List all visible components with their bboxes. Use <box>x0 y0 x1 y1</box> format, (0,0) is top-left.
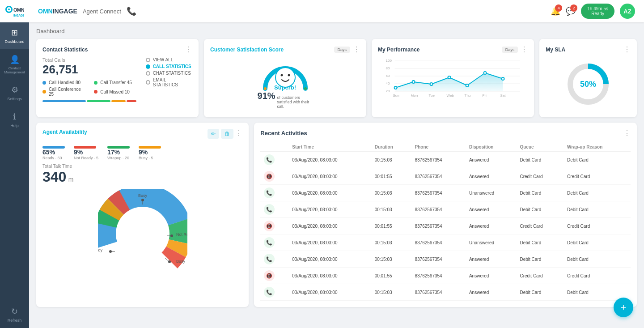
perf-chart: 100 80 60 40 20 <box>378 57 528 99</box>
row-queue: Credit Card <box>516 268 564 284</box>
radio-view-all[interactable]: VIEW ALL <box>146 57 192 62</box>
perf-filter-button[interactable]: Days <box>502 47 518 53</box>
customer-satisfaction-card: Customer Satisfaction Score Days ⋮ <box>204 39 366 117</box>
row-phone: 83762567354 <box>411 268 466 284</box>
answered-call-icon: 📞 <box>264 237 275 248</box>
avail-pct-ready: 65% <box>42 149 65 156</box>
row-queue: Debit Card <box>516 234 564 251</box>
sla-menu[interactable]: ⋮ <box>623 45 631 54</box>
radio-chat-stats[interactable]: CHAT STATISTICS <box>146 71 192 76</box>
csat-header: Customer Satisfaction Score Days ⋮ <box>210 45 360 54</box>
sidebar-item-dashboard[interactable]: ⊞ Dashboard <box>0 22 29 49</box>
row-icon: 📵 <box>260 218 288 234</box>
table-row[interactable]: 📵 03/Aug/2020, 08:03:00 00:01:55 8376256… <box>260 218 631 234</box>
dashboard-area: Dashboard Contact Statistics ⋮ Total Cal… <box>29 22 644 328</box>
table-row[interactable]: 📞 03/Aug/2020, 08:03:00 00:15:03 8376256… <box>260 201 631 218</box>
answered-call-icon: 📞 <box>264 287 275 298</box>
conference-bar <box>111 100 126 102</box>
handled-dot <box>42 81 46 85</box>
phone-icon: 📞 <box>127 6 136 16</box>
avail-menu[interactable]: ⋮ <box>235 129 242 139</box>
sidebar-item-help[interactable]: ℹ Help <box>0 106 29 133</box>
notifications-button[interactable]: 🔔 4 <box>551 6 560 16</box>
svg-text:60: 60 <box>386 74 390 78</box>
row-duration: 00:15:03 <box>371 234 411 251</box>
radio-circle-call-stats <box>146 64 150 69</box>
avail-pct-notready: 9% <box>74 149 98 156</box>
perf-menu[interactable]: ⋮ <box>521 45 528 54</box>
missed-call-icon: 📵 <box>264 221 275 231</box>
contact-stats-title: Contact Statistics <box>42 47 88 53</box>
refresh-icon: ↻ <box>11 307 18 316</box>
svg-text:Sat: Sat <box>500 94 506 98</box>
row-phone: 83762567354 <box>411 251 466 268</box>
pie-chart-container: Busy Not Ready Ready Busy <box>98 189 187 278</box>
sidebar-item-refresh[interactable]: ↻ Refresh <box>0 301 29 328</box>
logo-text: OMN INGAGE <box>5 4 24 18</box>
ready-status: Ready <box>587 11 608 16</box>
table-row[interactable]: 📞 03/Aug/2020, 08:03:00 00:15:03 8376256… <box>260 185 631 201</box>
svg-text:Sun: Sun <box>393 94 399 98</box>
row-disposition: Unanswered <box>466 185 517 201</box>
recent-menu[interactable]: ⋮ <box>623 129 631 137</box>
table-row[interactable]: 📵 03/Aug/2020, 08:03:00 00:01:55 8376256… <box>260 268 631 284</box>
answered-call-icon: 📞 <box>264 154 275 165</box>
svg-point-53 <box>168 260 171 263</box>
sla-header: My SLA ⋮ <box>546 45 631 54</box>
csat-filter-button[interactable]: Days <box>334 47 351 53</box>
sidebar-label-help: Help <box>10 124 19 128</box>
stats-grid: Call Handled 80 Call Transfer 45 Call Co… <box>42 80 139 97</box>
total-calls-label: Total Calls <box>42 57 139 63</box>
table-row[interactable]: 📞 03/Aug/2020, 08:03:00 00:15:03 8376256… <box>260 284 631 301</box>
user-avatar[interactable]: AZ <box>620 4 635 19</box>
table-row[interactable]: 📞 03/Aug/2020, 08:03:00 00:15:03 8376256… <box>260 234 631 251</box>
radio-email-stats[interactable]: EMAIL STATISTICS <box>146 77 192 87</box>
contact-stats-menu[interactable]: ⋮ <box>185 45 192 54</box>
activities-thead: Start Time Duration Phone Disposition Qu… <box>260 143 631 152</box>
svg-point-23 <box>430 83 433 85</box>
stat-missed: Call Missed 10 <box>94 87 138 97</box>
svg-text:80: 80 <box>386 66 390 70</box>
top-cards: Contact Statistics ⋮ Total Calls 26,751 … <box>36 39 637 117</box>
radio-call-stats[interactable]: CALL STATISTICS <box>146 64 192 69</box>
table-row[interactable]: 📞 03/Aug/2020, 08:03:00 00:15:03 8376256… <box>260 251 631 268</box>
row-duration: 00:15:03 <box>371 185 411 201</box>
row-queue: Debit Card <box>516 185 564 201</box>
radio-label-chat-stats: CHAT STATISTICS <box>153 71 191 76</box>
svg-text:Thu: Thu <box>465 94 471 98</box>
table-row[interactable]: 📞 03/Aug/2020, 08:03:00 00:15:03 8376256… <box>260 152 631 168</box>
row-phone: 83762567354 <box>411 218 466 234</box>
messages-button[interactable]: 💬 2 <box>566 6 576 16</box>
col-start: Start Time <box>288 143 371 152</box>
row-disposition: Answered <box>466 218 517 234</box>
sidebar-item-settings[interactable]: ⚙ Settings <box>0 80 29 106</box>
row-disposition: Answered <box>466 168 517 185</box>
sidebar-item-contact[interactable]: 👤 ContactManagement <box>0 49 29 80</box>
row-phone: 83762567354 <box>411 234 466 251</box>
avail-edit-button[interactable]: ✏ <box>208 129 219 139</box>
svg-text:Mon: Mon <box>411 94 418 98</box>
row-duration: 00:15:03 <box>371 152 411 168</box>
row-wrapup: Credit Card <box>564 168 631 185</box>
recent-activities-card: Recent Activities ⋮ Start Time Duration … <box>254 123 637 307</box>
fab-button[interactable]: + <box>614 298 633 317</box>
ready-button[interactable]: 1h 49m 5s Ready <box>581 4 614 19</box>
svg-point-26 <box>484 72 487 74</box>
row-phone: 83762567354 <box>411 168 466 185</box>
row-wrapup: Credit Card <box>564 218 631 234</box>
sidebar-label-contact: ContactManagement <box>4 66 25 74</box>
radio-circle-view-all <box>146 58 150 62</box>
row-disposition: Answered <box>466 268 517 284</box>
row-duration: 00:15:03 <box>371 201 411 218</box>
performance-chart-svg: 100 80 60 40 20 <box>378 57 528 98</box>
table-row[interactable]: 📵 03/Aug/2020, 08:03:00 00:01:55 8376256… <box>260 168 631 185</box>
csat-menu[interactable]: ⋮ <box>353 45 360 54</box>
app-subtitle: Agent Connect <box>83 8 121 15</box>
avail-delete-button[interactable]: 🗑 <box>221 129 233 139</box>
topbar-right: 🔔 4 💬 2 1h 49m 5s Ready AZ <box>551 4 635 19</box>
notifications-badge: 4 <box>555 4 562 12</box>
row-wrapup: Debit Card <box>564 201 631 218</box>
svg-text:INGAGE: INGAGE <box>13 14 24 17</box>
sidebar-label-settings: Settings <box>7 97 22 101</box>
row-queue: Credit Card <box>516 218 564 234</box>
